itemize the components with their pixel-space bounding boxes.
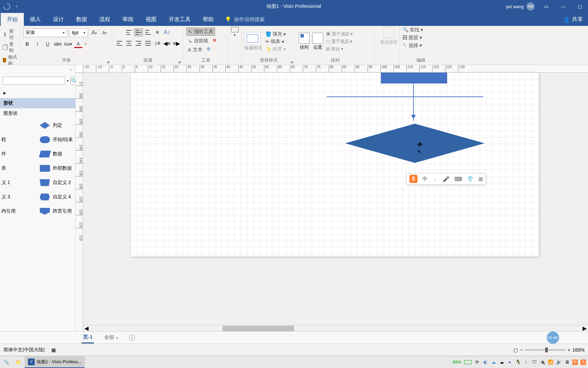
rectangle-tool-button[interactable]: [231, 27, 239, 32]
group-button[interactable]: ⊞ 组合 ▾: [326, 46, 353, 52]
send-back-button[interactable]: ▢ 置于底层 ▾: [326, 39, 353, 45]
battery-icon[interactable]: [464, 360, 472, 364]
add-page-button[interactable]: +: [129, 335, 135, 341]
stencil-data[interactable]: 数据: [38, 150, 76, 158]
sogou-icon[interactable]: S: [409, 175, 418, 183]
zoom-out-button[interactable]: −: [520, 347, 523, 353]
dialog-launcher-icon[interactable]: ◢: [290, 60, 293, 63]
stencil-decision[interactable]: 判定: [38, 121, 76, 129]
tab-help[interactable]: 帮助: [197, 13, 220, 26]
undo-icon[interactable]: [2, 2, 12, 11]
sogou-tray-icon[interactable]: S: [581, 359, 586, 365]
taskbar-search[interactable]: 🔍: [0, 356, 12, 368]
macro-icon[interactable]: ▦: [51, 347, 56, 353]
keyboard-icon[interactable]: ⌨: [454, 176, 462, 182]
app-icon[interactable]: ◐: [483, 359, 488, 365]
weather-icon[interactable]: ☁: [499, 359, 504, 365]
shape-process[interactable]: [381, 73, 447, 83]
line-button[interactable]: ✏线条▾: [265, 39, 286, 45]
horizontal-scrollbar[interactable]: ◀ ▶: [83, 325, 588, 331]
dialog-launcher-icon[interactable]: ◢: [178, 60, 181, 63]
drawing-page[interactable]: [131, 73, 539, 257]
change-case-button[interactable]: Aa▾: [64, 40, 72, 48]
chevron-down-icon[interactable]: ▼: [233, 34, 236, 37]
grid-icon[interactable]: ⊞: [478, 176, 483, 182]
fill-button[interactable]: 🪣填充▾: [265, 31, 286, 37]
zoom-slider[interactable]: [525, 349, 566, 351]
quick-styles-button[interactable]: 快速样式: [244, 32, 262, 51]
app2-icon[interactable]: ●: [507, 359, 512, 365]
ime-lang-button[interactable]: 中: [422, 175, 428, 183]
text-tool-button[interactable]: A文本: [186, 46, 204, 53]
stencil-custom2[interactable]: 自定义 2: [38, 179, 76, 187]
font-size-select[interactable]: 8pt▼: [69, 28, 88, 37]
align-top-button[interactable]: [125, 28, 133, 36]
bluetooth-icon[interactable]: ᚼ: [523, 359, 529, 365]
tab-developer[interactable]: 开发工具: [163, 13, 197, 26]
justify-button[interactable]: [144, 39, 152, 47]
connector-vertical[interactable]: [413, 83, 414, 121]
chevron-down-icon[interactable]: ▼: [84, 43, 87, 46]
sync-icon[interactable]: ⟳: [474, 359, 480, 365]
arrange-button[interactable]: 排列: [299, 33, 310, 50]
bring-front-button[interactable]: ▣ 置于顶层 ▾: [326, 31, 353, 37]
stencil-external[interactable]: 外部数据: [38, 164, 76, 172]
align-center-button[interactable]: [125, 39, 133, 47]
qat-dropdown-icon[interactable]: ▼: [15, 5, 18, 8]
ime-lang-icon[interactable]: 中: [572, 359, 578, 365]
align-right-button[interactable]: [134, 39, 143, 47]
app3-icon[interactable]: 🐧: [515, 359, 521, 365]
tab-review[interactable]: 审阅: [116, 13, 140, 26]
drawing-canvas[interactable]: S 中 ， 🎤 ⌨ 👕 ⊞ ✥↖: [83, 73, 588, 331]
layers-button[interactable]: ☷ 图层 ▾: [403, 35, 422, 41]
stencil-offpage[interactable]: 跨页引用: [38, 207, 76, 215]
user-account[interactable]: pei wang PW: [506, 2, 535, 11]
connector-tool-button[interactable]: ↘连接线: [186, 37, 210, 45]
power-icon[interactable]: 🔌: [540, 359, 545, 365]
tab-view[interactable]: 视图: [140, 13, 163, 26]
more-shapes-button[interactable]: ▸: [0, 88, 75, 98]
strikethrough-button[interactable]: abc: [54, 40, 62, 48]
display-icon[interactable]: 🖥: [564, 359, 570, 365]
select-button[interactable]: ↖ 选择 ▾: [403, 43, 422, 49]
pointer-tool-button[interactable]: ↖指针工具: [186, 28, 215, 36]
zoom-in-button[interactable]: +: [568, 347, 570, 353]
cut-button[interactable]: 剪切: [3, 28, 17, 41]
stencil-custom3[interactable]: 义 3: [0, 193, 37, 201]
align-left-button[interactable]: [115, 39, 124, 47]
delete-connector-icon[interactable]: ✕: [212, 37, 217, 45]
connection-point-icon[interactable]: ⊕: [207, 46, 211, 53]
minimize-icon[interactable]: —: [558, 4, 568, 9]
stencil-database[interactable]: 库: [0, 164, 37, 172]
stencil-category-shapes[interactable]: 形状: [0, 98, 75, 108]
page-tab-all[interactable]: 全部▲: [104, 334, 119, 341]
text-direction-button[interactable]: A↕: [163, 28, 172, 36]
connector-horizontal[interactable]: [327, 96, 483, 97]
stencil-custom1[interactable]: 义 1: [0, 179, 37, 187]
bold-button[interactable]: B: [23, 40, 31, 48]
status-language[interactable]: 简体中文(中国大陆): [3, 347, 45, 353]
security-icon[interactable]: 🛡: [532, 359, 537, 365]
tell-me-search[interactable]: 💡 操作说明搜索: [225, 16, 265, 23]
copy-button[interactable]: 复制: [3, 41, 17, 53]
font-color-button[interactable]: A: [74, 40, 82, 48]
ribbon-display-icon[interactable]: ▭: [541, 4, 551, 9]
ime-punct-button[interactable]: ，: [432, 175, 438, 183]
skin-icon[interactable]: 👕: [467, 176, 474, 182]
volume-icon[interactable]: 🔊: [556, 359, 561, 365]
bullets-button[interactable]: ≡: [153, 28, 162, 36]
taskbar-explorer[interactable]: 📁: [12, 356, 24, 368]
maximize-icon[interactable]: ◻: [575, 4, 585, 9]
tab-process[interactable]: 流程: [93, 13, 116, 26]
page-tab-1[interactable]: 页-1: [82, 332, 94, 343]
shapes-search-input[interactable]: [3, 77, 65, 85]
grow-font-button[interactable]: A▴: [90, 29, 98, 37]
scroll-right-icon[interactable]: ▶: [581, 325, 588, 332]
share-button[interactable]: 👤 共享: [563, 16, 583, 23]
dialog-launcher-icon[interactable]: ◢: [107, 60, 109, 63]
find-button[interactable]: 🔍 查找 ▾: [403, 27, 423, 33]
tab-home[interactable]: 开始: [1, 13, 24, 26]
search-dropdown-icon[interactable]: ▼: [66, 79, 69, 82]
stencil-custom4[interactable]: 自定义 4: [38, 193, 76, 201]
line-spacing-button[interactable]: ↕≡: [153, 39, 162, 47]
